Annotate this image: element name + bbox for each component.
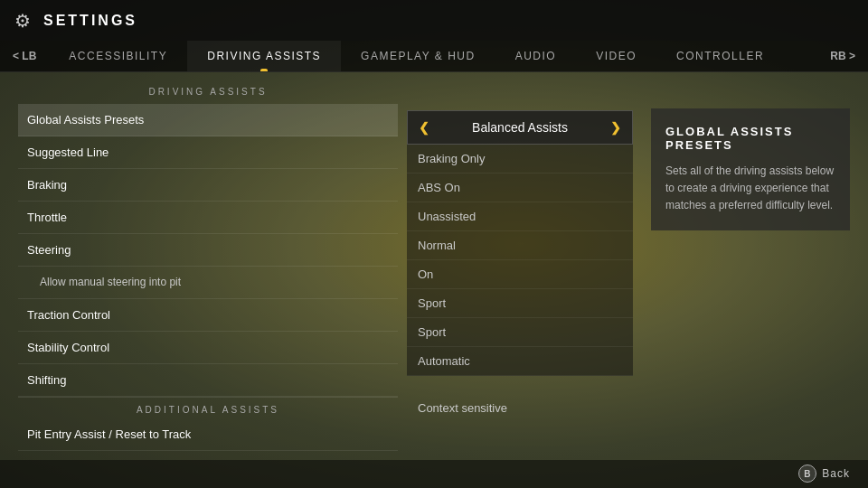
settings-title-wrap: ⚙ SETTINGS — [14, 10, 137, 32]
tab-gameplay-hud[interactable]: GAMEPLAY & HUD — [341, 41, 495, 71]
info-box: GLOBAL ASSISTS PRESETS Sets all of the d… — [651, 108, 850, 231]
row-pit-entry[interactable]: Pit Entry Assist / Reset to Track — [18, 418, 398, 451]
bottom-bar: B Back — [0, 460, 868, 488]
tab-accessibility[interactable]: ACCESSIBILITY — [49, 41, 187, 71]
row-traction-control[interactable]: Traction Control — [18, 299, 398, 332]
row-suggested-line[interactable]: Suggested Line — [18, 136, 398, 169]
row-steering[interactable]: Steering — [18, 234, 398, 267]
back-button[interactable]: B Back — [798, 465, 850, 483]
dropdown-selected-text: Balanced Assists — [472, 120, 568, 135]
row-throttle-label: Throttle — [18, 211, 398, 224]
left-panel: DRIVING ASSISTS Global Assists Presets S… — [18, 81, 398, 451]
dropdown-item-normal[interactable]: Normal — [407, 231, 633, 260]
top-bar: ⚙ SETTINGS — [0, 0, 868, 41]
row-steering-label: Steering — [18, 243, 398, 257]
settings-list: Global Assists Presets Suggested Line Br… — [18, 104, 398, 451]
nav-tabs: < LB ACCESSIBILITY DRIVING ASSISTS GAMEP… — [0, 41, 868, 72]
chevron-left-icon[interactable]: ❮ — [419, 120, 429, 135]
row-throttle[interactable]: Throttle — [18, 202, 398, 234]
tab-video[interactable]: VIDEO — [576, 41, 656, 71]
row-pit-entry-label: Pit Entry Assist / Reset to Track — [18, 427, 398, 441]
row-suggested-line-label: Suggested Line — [18, 145, 398, 159]
chevron-right-icon[interactable]: ❯ — [610, 120, 621, 135]
dropdown-list: Braking Only ABS On Unassisted Normal On… — [407, 145, 633, 376]
nav-lb-button[interactable]: < LB — [0, 41, 49, 71]
dropdown-item-braking-only[interactable]: Braking Only — [407, 145, 633, 174]
b-button-icon: B — [798, 465, 816, 483]
row-shifting[interactable]: Shifting — [18, 364, 398, 397]
dropdown-item-sport-sc[interactable]: Sport — [407, 318, 633, 347]
row-global-assists[interactable]: Global Assists Presets — [18, 104, 398, 136]
tab-audio[interactable]: AUDIO — [495, 41, 577, 71]
tab-driving-assists[interactable]: DRIVING ASSISTS — [187, 41, 341, 71]
row-stability-control[interactable]: Stability Control — [18, 332, 398, 364]
right-panel: GLOBAL ASSISTS PRESETS Sets all of the d… — [651, 81, 850, 451]
center-panel: ❮ Balanced Assists ❯ Braking Only ABS On… — [407, 81, 633, 451]
row-stability-control-label: Stability Control — [18, 341, 398, 354]
dropdown-item-pit[interactable]: Context sensitive — [407, 394, 633, 423]
info-box-text: Sets all of the driving assists below to… — [665, 163, 835, 215]
dropdown-item-on[interactable]: On — [407, 260, 633, 289]
gear-icon: ⚙ — [14, 10, 36, 32]
info-box-title: GLOBAL ASSISTS PRESETS — [665, 125, 835, 152]
driving-assists-header: DRIVING ASSISTS — [18, 81, 398, 104]
additional-assists-header: ADDITIONAL ASSISTS — [18, 397, 398, 418]
row-allow-manual-steering[interactable]: Allow manual steering into pit — [18, 267, 398, 299]
dropdown-item-automatic[interactable]: Automatic — [407, 347, 633, 376]
row-shifting-label: Shifting — [18, 373, 398, 387]
back-label: Back — [822, 467, 850, 480]
nav-rb-button[interactable]: RB > — [817, 41, 868, 71]
row-traction-control-label: Traction Control — [18, 308, 398, 322]
row-allow-manual-steering-label: Allow manual steering into pit — [18, 276, 398, 288]
row-braking[interactable]: Braking — [18, 169, 398, 202]
row-braking-label: Braking — [18, 178, 398, 192]
settings-title: SETTINGS — [43, 13, 137, 29]
main-content: DRIVING ASSISTS Global Assists Presets S… — [0, 72, 868, 460]
dropdown-item-abs-on[interactable]: ABS On — [407, 174, 633, 202]
dropdown-item-sport-tc[interactable]: Sport — [407, 289, 633, 318]
dropdown-selected[interactable]: ❮ Balanced Assists ❯ — [407, 110, 633, 145]
tab-controller[interactable]: CONTROLLER — [656, 41, 784, 71]
row-global-assists-label: Global Assists Presets — [18, 113, 398, 127]
dropdown-item-unassisted[interactable]: Unassisted — [407, 202, 633, 231]
